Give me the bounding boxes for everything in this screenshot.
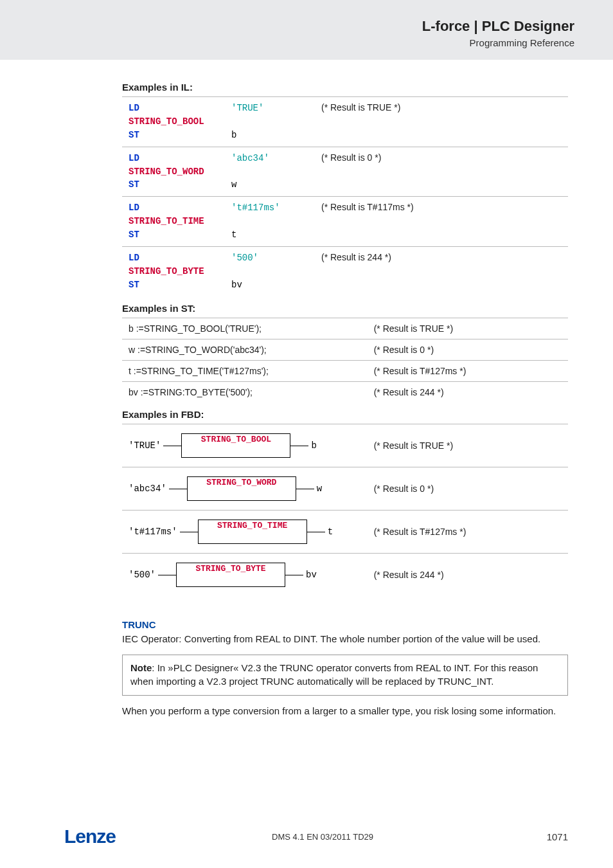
footer-center: DMS 4.1 EN 03/2011 TD29	[116, 832, 529, 842]
fbd-wire-right	[290, 441, 308, 450]
fbd-wire-right	[296, 484, 314, 493]
st-heading: Examples in ST:	[122, 303, 568, 314]
fbd-wire-left	[158, 570, 176, 579]
page-content: Examples in IL: LDSTRING_TO_BOOLST'TRUE'…	[0, 60, 613, 718]
trunc-para-1: IEC Operator: Converting from REAL to DI…	[122, 633, 568, 646]
il-operand-cell: 'TRUE' b	[225, 97, 315, 147]
fbd-row: 'abc34'STRING_TO_WORDw(* Result is 0 *)	[122, 467, 568, 510]
fbd-result-cell: (* Result is T#127ms *)	[368, 510, 568, 553]
il-row: LDSTRING_TO_TIMEST't#117ms' t(* Result i…	[122, 197, 568, 247]
trunc-note-bold: Note	[130, 662, 152, 673]
il-code-cell: LDSTRING_TO_BOOLST	[122, 97, 225, 147]
il-code-cell: LDSTRING_TO_BYTEST	[122, 247, 225, 296]
fbd-result-cell: (* Result is TRUE *)	[368, 424, 568, 467]
st-row: t :=STRING_TO_TIME('T#127ms');(* Result …	[122, 360, 568, 381]
fbd-block-cell: '500'STRING_TO_BYTEbv	[122, 553, 368, 596]
fbd-block-title: STRING_TO_BOOL	[182, 434, 290, 444]
fbd-input: 'TRUE'	[129, 440, 163, 451]
fbd-wire-left	[169, 484, 187, 493]
st-code-cell: b :=STRING_TO_BOOL('TRUE');	[122, 318, 368, 339]
st-result-cell: (* Result is 0 *)	[368, 339, 568, 360]
fbd-block: STRING_TO_BYTE	[176, 563, 285, 587]
il-code-cell: LDSTRING_TO_TIMEST	[122, 197, 225, 247]
st-row: b :=STRING_TO_BOOL('TRUE');(* Result is …	[122, 318, 568, 339]
fbd-block-cell: 'TRUE'STRING_TO_BOOLb	[122, 424, 368, 467]
fbd-block-title: STRING_TO_TIME	[199, 520, 306, 530]
header-title: L-force | PLC Designer	[0, 18, 574, 35]
fbd-block: STRING_TO_WORD	[187, 476, 296, 501]
st-result-cell: (* Result is T#127ms *)	[368, 360, 568, 381]
fbd-row: 'TRUE'STRING_TO_BOOLb(* Result is TRUE *…	[122, 424, 568, 467]
fbd-block-cell: 'abc34'STRING_TO_WORDw	[122, 467, 368, 510]
il-result-cell: (* Result is T#117ms *)	[315, 197, 568, 247]
fbd-output: t	[325, 527, 333, 537]
footer-page-number: 1071	[529, 831, 568, 842]
fbd-wire-left	[180, 527, 198, 536]
il-row: LDSTRING_TO_WORDST'abc34' w(* Result is …	[122, 147, 568, 197]
il-result-cell: (* Result is TRUE *)	[315, 97, 568, 147]
il-code-cell: LDSTRING_TO_WORDST	[122, 147, 225, 197]
il-heading: Examples in IL:	[122, 82, 568, 93]
fbd-block-title: STRING_TO_BYTE	[177, 563, 285, 574]
fbd-output: b	[308, 440, 316, 451]
brand-logo: Lenze	[64, 826, 116, 847]
il-row: LDSTRING_TO_BYTEST'500' bv(* Result is 2…	[122, 247, 568, 296]
fbd-output: bv	[303, 570, 317, 580]
il-operand-cell: 'abc34' w	[225, 147, 315, 197]
page-header: L-force | PLC Designer Programming Refer…	[0, 0, 613, 60]
trunc-note-body: : In »PLC Designer« V2.3 the TRUNC opera…	[130, 662, 538, 687]
fbd-wire-right	[307, 527, 325, 536]
page-footer: Lenze DMS 4.1 EN 03/2011 TD29 1071	[0, 826, 613, 847]
fbd-row: '500'STRING_TO_BYTEbv(* Result is 244 *)	[122, 553, 568, 596]
st-row: w :=STRING_TO_WORD('abc34');(* Result is…	[122, 339, 568, 360]
il-operand-cell: '500' bv	[225, 247, 315, 296]
st-result-cell: (* Result is 244 *)	[368, 381, 568, 402]
st-row: bv :=STRING:TO_BYTE('500');(* Result is …	[122, 381, 568, 402]
fbd-input: 't#117ms'	[129, 527, 180, 537]
fbd-wire-left	[163, 441, 181, 450]
st-code-cell: t :=STRING_TO_TIME('T#127ms');	[122, 360, 368, 381]
trunc-para-2: When you perform a type conversion from …	[122, 705, 568, 718]
fbd-block-cell: 't#117ms'STRING_TO_TIMEt	[122, 510, 368, 553]
fbd-row: 't#117ms'STRING_TO_TIMEt(* Result is T#1…	[122, 510, 568, 553]
fbd-input: 'abc34'	[129, 484, 169, 494]
fbd-block: STRING_TO_TIME	[198, 520, 307, 544]
fbd-output: w	[314, 484, 322, 494]
fbd-result-cell: (* Result is 244 *)	[368, 553, 568, 596]
il-operand-cell: 't#117ms' t	[225, 197, 315, 247]
fbd-table: 'TRUE'STRING_TO_BOOLb(* Result is TRUE *…	[122, 424, 568, 596]
st-table: b :=STRING_TO_BOOL('TRUE');(* Result is …	[122, 318, 568, 402]
trunc-heading: TRUNC	[122, 619, 568, 630]
fbd-block: STRING_TO_BOOL	[181, 433, 290, 458]
trunc-note: Note: In »PLC Designer« V2.3 the TRUNC o…	[122, 655, 568, 695]
il-row: LDSTRING_TO_BOOLST'TRUE' b(* Result is T…	[122, 97, 568, 147]
st-result-cell: (* Result is TRUE *)	[368, 318, 568, 339]
il-table: LDSTRING_TO_BOOLST'TRUE' b(* Result is T…	[122, 96, 568, 296]
st-code-cell: bv :=STRING:TO_BYTE('500');	[122, 381, 368, 402]
st-code-cell: w :=STRING_TO_WORD('abc34');	[122, 339, 368, 360]
fbd-block-title: STRING_TO_WORD	[188, 477, 296, 487]
fbd-heading: Examples in FBD:	[122, 409, 568, 420]
fbd-result-cell: (* Result is 0 *)	[368, 467, 568, 510]
fbd-wire-right	[285, 570, 303, 579]
il-result-cell: (* Result is 0 *)	[315, 147, 568, 197]
header-subtitle: Programming Reference	[0, 37, 574, 48]
il-result-cell: (* Result is 244 *)	[315, 247, 568, 296]
fbd-input: '500'	[129, 570, 158, 580]
